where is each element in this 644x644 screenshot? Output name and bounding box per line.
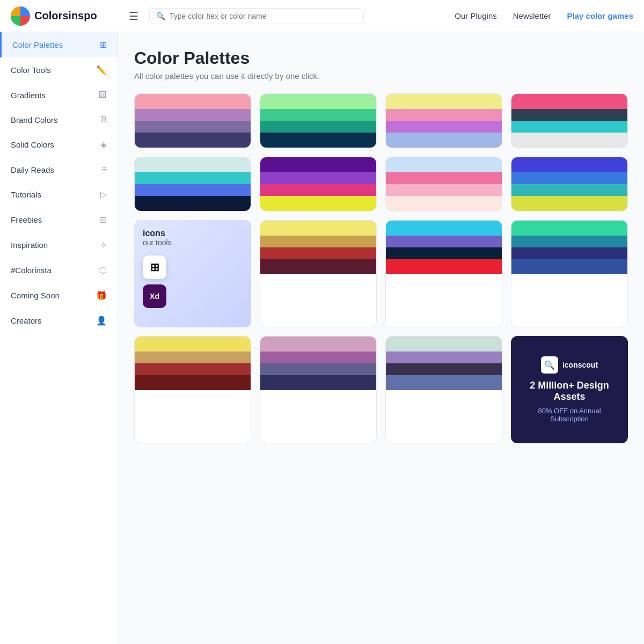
color-swatch (511, 221, 627, 236)
color-swatch (260, 363, 376, 375)
ad-card[interactable]: 🔍 iconscout 2 Million+ Design Assets 80%… (511, 336, 628, 443)
sidebar-item-color-tools[interactable]: Color Tools ✏️ (0, 57, 118, 83)
sidebar-item-solid-colors[interactable]: Solid Colors ◈ (0, 132, 118, 157)
sidebar-item-label: Creators (11, 316, 42, 325)
palette-card[interactable] (260, 93, 377, 148)
color-swatch (386, 184, 502, 196)
sidebar-icon-tutorials: ▷ (100, 189, 107, 200)
sidebar-item-freebies[interactable]: Freebies ⊟ (0, 207, 118, 232)
search-input[interactable] (170, 12, 357, 20)
palette-card[interactable] (385, 336, 502, 443)
color-strip (260, 94, 376, 148)
color-swatch (386, 94, 502, 109)
sidebar-item-inspiration[interactable]: Inspiration ✧ (0, 232, 118, 258)
color-swatch (135, 184, 251, 196)
sidebar-item-creators[interactable]: Creators 👤 (0, 308, 118, 333)
sidebar-item-label: Solid Colors (11, 140, 54, 149)
sidebar-item-tutorials[interactable]: Tutorials ▷ (0, 182, 118, 207)
color-swatch (260, 184, 376, 196)
nav-newsletter-link[interactable]: Newsletter (513, 11, 551, 20)
palette-card[interactable] (385, 157, 502, 211)
color-swatch (260, 94, 376, 109)
color-swatch (386, 133, 502, 148)
color-strip (511, 94, 627, 148)
sidebar-item-brand-colors[interactable]: Brand Colors B (0, 107, 118, 132)
hamburger-icon[interactable]: ☰ (129, 10, 138, 23)
sidebar-item-daily-reads[interactable]: Daily Reads ≡ (0, 157, 118, 182)
sidebar-item-gradients[interactable]: Gradients 🖼 (0, 83, 118, 107)
nav-play-link[interactable]: Play color games (567, 11, 633, 20)
sidebar-item-label: Freebies (11, 215, 42, 224)
sidebar-item-label: Inspiration (11, 240, 48, 250)
color-swatch (260, 247, 376, 259)
color-swatch (135, 133, 251, 148)
palette-card[interactable] (385, 93, 502, 148)
color-swatch (135, 196, 251, 211)
sidebar-item-label: Tutorials (11, 190, 41, 199)
color-swatch (511, 157, 627, 172)
logo-text: Colorsinspo (34, 10, 97, 22)
ad-title: 2 Million+ Design Assets (522, 380, 617, 402)
nav-plugins-link[interactable]: Our Plugins (455, 11, 496, 20)
page-subtitle: All color palettes you can use it direct… (134, 71, 628, 80)
sidebar-icon-daily-reads: ≡ (102, 165, 107, 174)
sidebar-icon-colorinsta: ⬡ (99, 265, 107, 275)
sidebar-icon-color-tools: ✏️ (96, 65, 107, 75)
color-swatch (386, 196, 502, 211)
palette-card[interactable] (385, 220, 502, 327)
color-strip (260, 336, 376, 390)
sidebar-icon-gradients: 🖼 (98, 90, 107, 100)
color-strip (386, 94, 502, 148)
palette-card[interactable] (134, 157, 251, 211)
color-swatch (260, 336, 376, 352)
palette-card[interactable] (511, 157, 628, 211)
sidebar-icon-brand-colors: B (101, 115, 107, 125)
logo-icon (11, 6, 30, 26)
color-swatch (260, 259, 376, 274)
palette-card[interactable] (260, 336, 377, 443)
sidebar-icon-solid-colors: ◈ (100, 140, 107, 150)
sidebar-icon-inspiration: ✧ (100, 240, 107, 250)
color-swatch (135, 157, 251, 172)
palette-card[interactable] (260, 157, 377, 211)
sidebar-item-color-palettes[interactable]: Color Palettes ⊞ (0, 32, 118, 57)
color-swatch (135, 336, 251, 352)
palette-card[interactable] (511, 220, 628, 327)
palette-card[interactable] (134, 336, 251, 443)
color-swatch (260, 121, 376, 133)
palette-card[interactable] (511, 93, 628, 148)
color-swatch (386, 236, 502, 247)
sidebar-item-label: Daily Reads (11, 165, 54, 174)
sidebar-item-colorinsta[interactable]: #Colorinsta ⬡ (0, 258, 118, 283)
ad-subtitle: 80% OFF on Annual Subscription (522, 407, 617, 423)
palette-card[interactable] (260, 220, 377, 327)
main-content: Color Palettes All color palettes you ca… (118, 32, 644, 644)
color-strip (511, 157, 627, 211)
iconscout-logo: 🔍 (541, 356, 558, 374)
sidebar-item-coming-soon[interactable]: Coming Soon 🎁 (0, 283, 118, 308)
color-swatch (260, 352, 376, 363)
color-strip (135, 157, 251, 211)
xd-icon-badge: Xd (143, 284, 166, 308)
color-swatch (386, 109, 502, 121)
color-swatch (260, 172, 376, 184)
logo-area: Colorsinspo (11, 6, 118, 26)
sidebar-item-label: Color Tools (11, 65, 51, 75)
color-swatch (386, 247, 502, 259)
plugin-card[interactable]: icons our tools ⊞ Xd (134, 220, 251, 327)
color-swatch (511, 236, 627, 247)
color-swatch (511, 133, 627, 148)
plugin-icons-list: ⊞ Xd (143, 255, 243, 308)
color-swatch (386, 172, 502, 184)
sidebar-icon-creators: 👤 (96, 316, 107, 326)
color-swatch (260, 133, 376, 148)
color-swatch (260, 236, 376, 247)
color-swatch (135, 94, 251, 109)
color-swatch (260, 375, 376, 390)
color-swatch (386, 352, 502, 363)
color-swatch (386, 363, 502, 375)
sidebar-icon-freebies: ⊟ (100, 215, 107, 225)
palette-grid: icons our tools ⊞ Xd 🔍 iconscout 2 Milli… (134, 93, 628, 443)
palette-card[interactable] (134, 93, 251, 148)
sidebar-item-label: Gradients (11, 91, 46, 100)
